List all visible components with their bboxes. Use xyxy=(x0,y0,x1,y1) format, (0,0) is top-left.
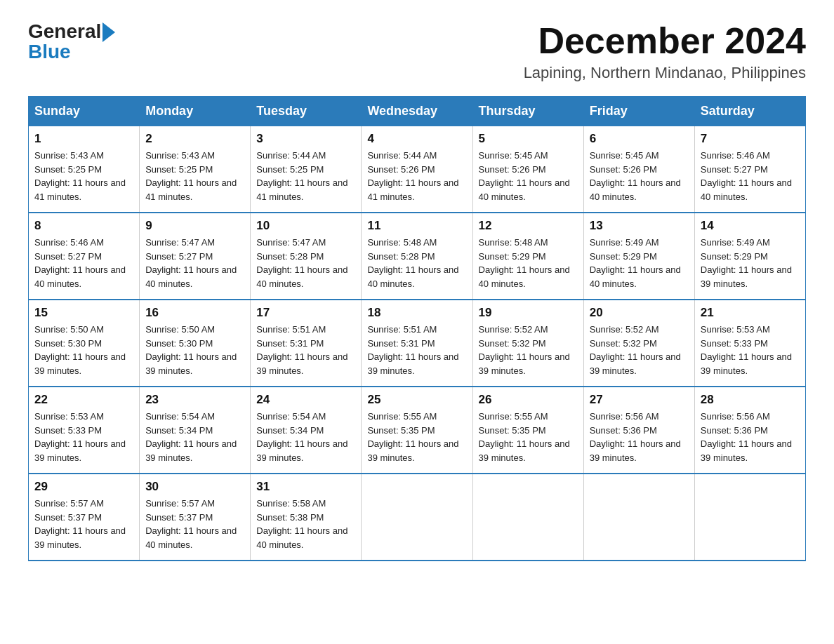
logo-arrow xyxy=(102,21,115,42)
calendar-cell: 13 Sunrise: 5:49 AM Sunset: 5:29 PM Dayl… xyxy=(583,213,694,300)
day-number: 31 xyxy=(256,480,355,494)
col-sunday: Sunday xyxy=(29,97,140,126)
day-info: Sunrise: 5:53 AM Sunset: 5:33 PM Dayligh… xyxy=(34,410,133,464)
day-info: Sunrise: 5:54 AM Sunset: 5:34 PM Dayligh… xyxy=(256,410,355,464)
calendar-cell: 2 Sunrise: 5:43 AM Sunset: 5:25 PM Dayli… xyxy=(140,126,251,213)
day-info: Sunrise: 5:54 AM Sunset: 5:34 PM Dayligh… xyxy=(145,410,244,464)
day-info: Sunrise: 5:48 AM Sunset: 5:28 PM Dayligh… xyxy=(367,236,466,290)
day-info: Sunrise: 5:45 AM Sunset: 5:26 PM Dayligh… xyxy=(590,149,689,203)
day-info: Sunrise: 5:51 AM Sunset: 5:31 PM Dayligh… xyxy=(367,323,466,377)
calendar-cell: 7 Sunrise: 5:46 AM Sunset: 5:27 PM Dayli… xyxy=(694,126,805,213)
location-title: Lapining, Northern Mindanao, Philippines xyxy=(524,64,806,82)
calendar-week-row: 15 Sunrise: 5:50 AM Sunset: 5:30 PM Dayl… xyxy=(29,300,806,387)
day-info: Sunrise: 5:50 AM Sunset: 5:30 PM Dayligh… xyxy=(34,323,133,377)
day-info: Sunrise: 5:45 AM Sunset: 5:26 PM Dayligh… xyxy=(479,149,578,203)
calendar-cell: 31 Sunrise: 5:58 AM Sunset: 5:38 PM Dayl… xyxy=(251,474,362,561)
day-info: Sunrise: 5:49 AM Sunset: 5:29 PM Dayligh… xyxy=(701,236,800,290)
calendar-cell: 19 Sunrise: 5:52 AM Sunset: 5:32 PM Dayl… xyxy=(472,300,583,387)
day-number: 17 xyxy=(256,306,355,320)
calendar-cell: 11 Sunrise: 5:48 AM Sunset: 5:28 PM Dayl… xyxy=(362,213,472,300)
calendar-cell: 25 Sunrise: 5:55 AM Sunset: 5:35 PM Dayl… xyxy=(362,387,472,474)
calendar-cell xyxy=(583,474,694,561)
calendar-cell: 30 Sunrise: 5:57 AM Sunset: 5:37 PM Dayl… xyxy=(140,474,251,561)
calendar-cell: 18 Sunrise: 5:51 AM Sunset: 5:31 PM Dayl… xyxy=(362,300,472,387)
logo-general-text: General xyxy=(28,22,101,41)
day-info: Sunrise: 5:49 AM Sunset: 5:29 PM Dayligh… xyxy=(590,236,689,290)
col-thursday: Thursday xyxy=(472,97,583,126)
day-number: 27 xyxy=(590,393,689,407)
day-info: Sunrise: 5:57 AM Sunset: 5:37 PM Dayligh… xyxy=(145,497,244,551)
calendar-cell: 1 Sunrise: 5:43 AM Sunset: 5:25 PM Dayli… xyxy=(29,126,140,213)
day-number: 3 xyxy=(256,132,355,146)
day-info: Sunrise: 5:55 AM Sunset: 5:35 PM Dayligh… xyxy=(479,410,578,464)
day-number: 21 xyxy=(701,306,800,320)
day-info: Sunrise: 5:56 AM Sunset: 5:36 PM Dayligh… xyxy=(701,410,800,464)
day-info: Sunrise: 5:48 AM Sunset: 5:29 PM Dayligh… xyxy=(479,236,578,290)
logo-blue-text: Blue xyxy=(28,42,71,62)
calendar-cell: 29 Sunrise: 5:57 AM Sunset: 5:37 PM Dayl… xyxy=(29,474,140,561)
calendar-cell: 12 Sunrise: 5:48 AM Sunset: 5:29 PM Dayl… xyxy=(472,213,583,300)
day-number: 15 xyxy=(34,306,133,320)
calendar-cell xyxy=(694,474,805,561)
day-info: Sunrise: 5:52 AM Sunset: 5:32 PM Dayligh… xyxy=(479,323,578,377)
calendar-cell: 5 Sunrise: 5:45 AM Sunset: 5:26 PM Dayli… xyxy=(472,126,583,213)
day-info: Sunrise: 5:43 AM Sunset: 5:25 PM Dayligh… xyxy=(34,149,133,203)
calendar-cell: 10 Sunrise: 5:47 AM Sunset: 5:28 PM Dayl… xyxy=(251,213,362,300)
day-number: 9 xyxy=(145,219,244,233)
day-number: 13 xyxy=(590,219,689,233)
calendar-cell: 27 Sunrise: 5:56 AM Sunset: 5:36 PM Dayl… xyxy=(583,387,694,474)
day-info: Sunrise: 5:44 AM Sunset: 5:26 PM Dayligh… xyxy=(367,149,466,203)
day-info: Sunrise: 5:53 AM Sunset: 5:33 PM Dayligh… xyxy=(701,323,800,377)
day-number: 30 xyxy=(145,480,244,494)
day-number: 26 xyxy=(479,393,578,407)
calendar-week-row: 29 Sunrise: 5:57 AM Sunset: 5:37 PM Dayl… xyxy=(29,474,806,561)
calendar-table: Sunday Monday Tuesday Wednesday Thursday… xyxy=(28,96,806,561)
day-info: Sunrise: 5:51 AM Sunset: 5:31 PM Dayligh… xyxy=(256,323,355,377)
day-number: 1 xyxy=(34,132,133,146)
calendar-cell: 26 Sunrise: 5:55 AM Sunset: 5:35 PM Dayl… xyxy=(472,387,583,474)
logo: General Blue xyxy=(28,21,115,62)
day-number: 6 xyxy=(590,132,689,146)
calendar-cell: 28 Sunrise: 5:56 AM Sunset: 5:36 PM Dayl… xyxy=(694,387,805,474)
calendar-cell: 9 Sunrise: 5:47 AM Sunset: 5:27 PM Dayli… xyxy=(140,213,251,300)
col-tuesday: Tuesday xyxy=(251,97,362,126)
col-friday: Friday xyxy=(583,97,694,126)
calendar-cell: 22 Sunrise: 5:53 AM Sunset: 5:33 PM Dayl… xyxy=(29,387,140,474)
month-title: December 2024 xyxy=(524,21,806,61)
col-saturday: Saturday xyxy=(694,97,805,126)
calendar-header-row: Sunday Monday Tuesday Wednesday Thursday… xyxy=(29,97,806,126)
day-number: 29 xyxy=(34,480,133,494)
day-info: Sunrise: 5:57 AM Sunset: 5:37 PM Dayligh… xyxy=(34,497,133,551)
calendar-cell: 15 Sunrise: 5:50 AM Sunset: 5:30 PM Dayl… xyxy=(29,300,140,387)
calendar-week-row: 22 Sunrise: 5:53 AM Sunset: 5:33 PM Dayl… xyxy=(29,387,806,474)
calendar-week-row: 1 Sunrise: 5:43 AM Sunset: 5:25 PM Dayli… xyxy=(29,126,806,213)
calendar-cell: 24 Sunrise: 5:54 AM Sunset: 5:34 PM Dayl… xyxy=(251,387,362,474)
day-number: 16 xyxy=(145,306,244,320)
day-number: 5 xyxy=(479,132,578,146)
day-number: 8 xyxy=(34,219,133,233)
day-number: 14 xyxy=(701,219,800,233)
day-number: 19 xyxy=(479,306,578,320)
day-info: Sunrise: 5:44 AM Sunset: 5:25 PM Dayligh… xyxy=(256,149,355,203)
calendar-cell: 6 Sunrise: 5:45 AM Sunset: 5:26 PM Dayli… xyxy=(583,126,694,213)
day-number: 12 xyxy=(479,219,578,233)
calendar-cell: 17 Sunrise: 5:51 AM Sunset: 5:31 PM Dayl… xyxy=(251,300,362,387)
day-number: 20 xyxy=(590,306,689,320)
calendar-cell: 16 Sunrise: 5:50 AM Sunset: 5:30 PM Dayl… xyxy=(140,300,251,387)
day-number: 18 xyxy=(367,306,466,320)
calendar-cell xyxy=(362,474,472,561)
calendar-cell: 21 Sunrise: 5:53 AM Sunset: 5:33 PM Dayl… xyxy=(694,300,805,387)
day-info: Sunrise: 5:50 AM Sunset: 5:30 PM Dayligh… xyxy=(145,323,244,377)
day-number: 25 xyxy=(367,393,466,407)
page-header: General Blue December 2024 Lapining, Nor… xyxy=(28,21,806,82)
day-number: 2 xyxy=(145,132,244,146)
col-monday: Monday xyxy=(140,97,251,126)
day-info: Sunrise: 5:52 AM Sunset: 5:32 PM Dayligh… xyxy=(590,323,689,377)
calendar-cell: 4 Sunrise: 5:44 AM Sunset: 5:26 PM Dayli… xyxy=(362,126,472,213)
calendar-week-row: 8 Sunrise: 5:46 AM Sunset: 5:27 PM Dayli… xyxy=(29,213,806,300)
calendar-cell: 23 Sunrise: 5:54 AM Sunset: 5:34 PM Dayl… xyxy=(140,387,251,474)
calendar-cell: 14 Sunrise: 5:49 AM Sunset: 5:29 PM Dayl… xyxy=(694,213,805,300)
day-number: 10 xyxy=(256,219,355,233)
day-info: Sunrise: 5:43 AM Sunset: 5:25 PM Dayligh… xyxy=(145,149,244,203)
calendar-cell: 8 Sunrise: 5:46 AM Sunset: 5:27 PM Dayli… xyxy=(29,213,140,300)
